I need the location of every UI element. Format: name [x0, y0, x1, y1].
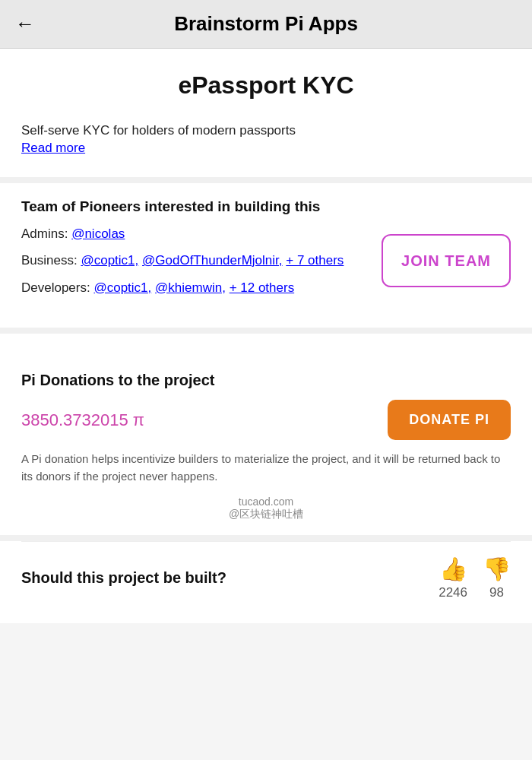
donation-amount: 3850.3732015 π	[21, 410, 144, 430]
dev-link-1[interactable]: @coptic1,	[93, 280, 151, 295]
business-row: Business: @coptic1, @GodOfThunderMjolnir…	[21, 251, 374, 271]
admins-label: Admins:	[21, 226, 68, 241]
thumbs-down-icon[interactable]: 👎	[483, 556, 511, 582]
admins-row: Admins: @nicolas	[21, 224, 374, 244]
donation-note: A Pi donation helps incentivize builders…	[21, 451, 511, 485]
pioneers-body: Admins: @nicolas Business: @coptic1, @Go…	[21, 224, 511, 298]
admin-link[interactable]: @nicolas	[71, 226, 125, 241]
poll-section: Should this project be built? 👍 2246 👎 9…	[21, 541, 511, 608]
dev-extra[interactable]: + 12 others	[230, 280, 295, 295]
app-title: ePassport KYC	[21, 71, 511, 100]
business-label: Business:	[21, 253, 78, 268]
description-section: Self-serve KYC for holders of modern pas…	[21, 121, 511, 156]
donate-pi-button[interactable]: DONATE PI	[388, 400, 511, 440]
business-link-1[interactable]: @coptic1,	[81, 253, 138, 268]
read-more-link[interactable]: Read more	[21, 141, 85, 155]
dev-link-2[interactable]: @khiemwin,	[155, 280, 226, 295]
business-extra[interactable]: + 7 others	[286, 253, 344, 268]
thumbs-up-icon[interactable]: 👍	[439, 556, 467, 582]
upvote-count: 2246	[439, 585, 467, 600]
donations-section: Pi Donations to the project 3850.3732015…	[21, 372, 511, 521]
poll-question: Should this project be built?	[21, 569, 226, 587]
watermark-line1: tucaod.com	[21, 496, 511, 508]
section-divider-1	[0, 177, 532, 183]
upvote-item: 👍 2246	[439, 556, 467, 600]
back-button[interactable]: ←	[15, 12, 35, 36]
developers-label: Developers:	[21, 280, 90, 295]
developers-row: Developers: @coptic1, @khiemwin, + 12 ot…	[21, 278, 374, 298]
join-team-button[interactable]: JOIN TEAM	[382, 234, 511, 287]
donations-title: Pi Donations to the project	[21, 372, 511, 389]
header-title: Brainstorm Pi Apps	[15, 12, 517, 36]
downvote-item: 👎 98	[483, 556, 511, 600]
header: ← Brainstorm Pi Apps	[0, 0, 532, 49]
pioneers-title: Team of Pioneers interested in building …	[21, 198, 511, 215]
section-divider-3	[0, 535, 532, 541]
section-divider-2	[0, 328, 532, 334]
vote-row: 👍 2246 👎 98	[439, 556, 511, 600]
donations-row: 3850.3732015 π DONATE PI	[21, 400, 511, 440]
downvote-count: 98	[489, 585, 504, 600]
pioneers-section: Team of Pioneers interested in building …	[21, 198, 511, 298]
business-link-2[interactable]: @GodOfThunderMjolnir,	[142, 253, 283, 268]
description-text: Self-serve KYC for holders of modern pas…	[21, 123, 296, 138]
pioneers-left: Admins: @nicolas Business: @coptic1, @Go…	[21, 224, 382, 298]
main-content: ePassport KYC Self-serve KYC for holders…	[0, 49, 532, 623]
watermark-line2: @区块链神吐槽	[21, 508, 511, 521]
watermark: tucaod.com @区块链神吐槽	[21, 496, 511, 521]
